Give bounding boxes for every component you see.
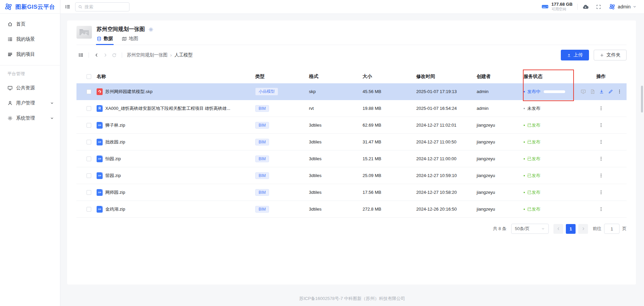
file-name[interactable]: 怡园.zip — [105, 156, 121, 162]
more-actions-icon[interactable] — [599, 156, 603, 161]
skp-file-icon — [97, 88, 103, 95]
modified-value: 2024-12-27 11:00:00 — [416, 156, 457, 161]
breadcrumb-root[interactable]: 苏州空间规划一张图 — [127, 52, 168, 58]
table-row[interactable]: ZIP留园.zip BIM 3dtiles 25.09 MB 2024-12-2… — [76, 167, 627, 184]
search-box[interactable] — [75, 2, 129, 11]
table-row[interactable]: ZIP拙政园.zip BIM 3dtiles 31.47 MB 2024-12-… — [76, 134, 627, 150]
content-area: 苏州空间规划一张图 数据 地图 — [60, 14, 644, 291]
size-value: 15.21 MB — [363, 156, 381, 161]
sidebar-item-home[interactable]: 首页 — [0, 16, 60, 32]
search-input[interactable] — [85, 4, 126, 9]
file-name[interactable]: 留园.zip — [105, 173, 121, 179]
view-service-icon[interactable] — [581, 89, 586, 94]
export-document-icon[interactable] — [590, 89, 595, 94]
refresh-icon[interactable] — [110, 51, 118, 59]
new-folder-button[interactable]: 文件夹 — [594, 50, 627, 60]
table-row[interactable]: ZIP金鸡湖.zip BIM 3dtiles 272.8 MB 2024-12-… — [76, 201, 627, 218]
upload-button[interactable]: 上传 — [561, 50, 589, 60]
select-all-checkbox[interactable] — [87, 74, 91, 79]
sidebar-item-label: 系统管理 — [16, 115, 35, 121]
back-icon[interactable] — [92, 51, 101, 59]
tab-label: 数据 — [104, 36, 113, 42]
status-text: 已发布 — [527, 139, 540, 145]
status-text: 已发布 — [527, 122, 540, 128]
row-checkbox[interactable] — [87, 140, 91, 144]
tab-map[interactable]: 地图 — [122, 36, 138, 45]
more-actions-icon[interactable] — [599, 190, 603, 195]
table-row[interactable]: 苏州网师园建筑模型.skp 小品模型 skp 45.56 MB 2025-01-… — [76, 83, 627, 100]
download-icon[interactable] — [599, 89, 604, 94]
modified-value: 2024-12-27 10:58:20 — [416, 190, 457, 195]
status-dot — [524, 158, 525, 160]
goto-page-input[interactable] — [604, 224, 620, 234]
more-actions-icon[interactable] — [599, 207, 603, 212]
table-row[interactable]: ZIP狮子林.zip BIM 3dtiles 62.69 MB 2024-12-… — [76, 117, 627, 134]
forward-icon[interactable] — [101, 51, 110, 59]
table-row[interactable]: R XA000_雄忻高铁雄安新区地下段相关配套工程项目 雄忻高铁雄... BIM… — [76, 100, 627, 117]
file-name[interactable]: XA000_雄忻高铁雄安新区地下段相关配套工程项目 雄忻高铁雄... — [105, 105, 230, 112]
storage-indicator[interactable]: 177.68 GB 可用空间 — [541, 2, 573, 11]
modified-value: 2025-01-07 16:54:24 — [416, 106, 457, 111]
file-name[interactable]: 苏州网师园建筑模型.skp — [105, 89, 153, 95]
current-page-button[interactable]: 1 — [566, 224, 576, 234]
row-checkbox[interactable] — [87, 89, 91, 94]
main-area: 177.68 GB 可用空间 admin — [60, 0, 644, 306]
file-name[interactable]: 拙政园.zip — [105, 139, 125, 145]
storage-value: 177.68 GB — [551, 2, 573, 7]
upload-icon — [567, 53, 571, 57]
tree-view-icon[interactable] — [76, 51, 85, 59]
more-actions-icon[interactable] — [599, 106, 603, 111]
page-title: 苏州空间规划一张图 — [97, 26, 145, 33]
file-name[interactable]: 狮子林.zip — [105, 122, 125, 128]
modified-value: 2024-12-27 10:59:10 — [416, 173, 457, 178]
project-settings-gear-icon[interactable] — [148, 27, 154, 32]
page-size-select[interactable]: 50条/页 — [511, 224, 549, 234]
size-value: 31.47 MB — [363, 139, 381, 144]
table-row[interactable]: ZIP网师园.zip BIM 3dtiles 17.56 MB 2024-12-… — [76, 184, 627, 201]
row-checkbox[interactable] — [87, 106, 91, 111]
brand-atom-logo-icon — [4, 2, 13, 11]
user-icon — [7, 100, 13, 106]
prev-page-button[interactable] — [553, 224, 563, 234]
tab-data[interactable]: 数据 — [97, 36, 113, 45]
scrollbar-thumb[interactable] — [641, 86, 643, 113]
sidebar-item-my-projects[interactable]: 我的项目 — [0, 47, 60, 62]
brand[interactable]: 图新GIS云平台 — [0, 0, 60, 14]
sidebar-item-public-resources[interactable]: 公共资源 — [0, 80, 60, 95]
next-page-button[interactable] — [578, 224, 588, 234]
sidebar-divider — [0, 65, 60, 65]
user-menu[interactable]: admin — [608, 3, 637, 10]
folder-button-label: 文件夹 — [606, 52, 621, 58]
row-checkbox[interactable] — [87, 190, 91, 195]
more-actions-icon[interactable] — [599, 123, 603, 128]
edit-icon[interactable] — [608, 89, 613, 94]
sidebar-item-my-scenes[interactable]: 我的场景 — [0, 32, 60, 47]
sidebar-item-user-management[interactable]: 用户管理 — [0, 95, 60, 111]
status-cell: 已发布 — [524, 206, 576, 212]
breadcrumb-current[interactable]: 人工模型 — [174, 52, 193, 58]
row-checkbox[interactable] — [87, 123, 91, 128]
more-actions-icon[interactable] — [617, 89, 622, 94]
more-actions-icon[interactable] — [599, 139, 603, 144]
table-row[interactable]: ZIP怡园.zip BIM 3dtiles 15.21 MB 2024-12-2… — [76, 150, 627, 167]
row-checkbox[interactable] — [87, 157, 91, 161]
file-name[interactable]: 网师园.zip — [105, 189, 125, 195]
status-text: 已发布 — [527, 156, 540, 162]
sidebar-item-system-management[interactable]: 系统管理 — [0, 111, 60, 126]
storage-label: 可用空间 — [551, 7, 573, 11]
footer: 苏ICP备16002578号-7 中科图新（苏州）科技有限公司 — [60, 291, 644, 306]
fullscreen-icon[interactable] — [596, 4, 601, 9]
row-checkbox[interactable] — [87, 173, 91, 178]
modified-value: 2025-01-07 17:19:13 — [416, 89, 457, 94]
cloud-upload-icon[interactable] — [582, 4, 589, 9]
sidebar-collapse-icon[interactable] — [65, 4, 70, 9]
breadcrumb: 苏州空间规划一张图 › 人工模型 — [127, 52, 193, 58]
zip-file-icon: ZIP — [97, 189, 103, 196]
format-value: 3dtiles — [309, 173, 322, 178]
file-name[interactable]: 金鸡湖.zip — [105, 206, 125, 212]
search-icon — [78, 5, 83, 9]
sidebar-item-label: 首页 — [16, 21, 25, 27]
row-checkbox[interactable] — [87, 207, 91, 212]
status-text: 已发布 — [527, 206, 540, 212]
more-actions-icon[interactable] — [599, 173, 603, 178]
